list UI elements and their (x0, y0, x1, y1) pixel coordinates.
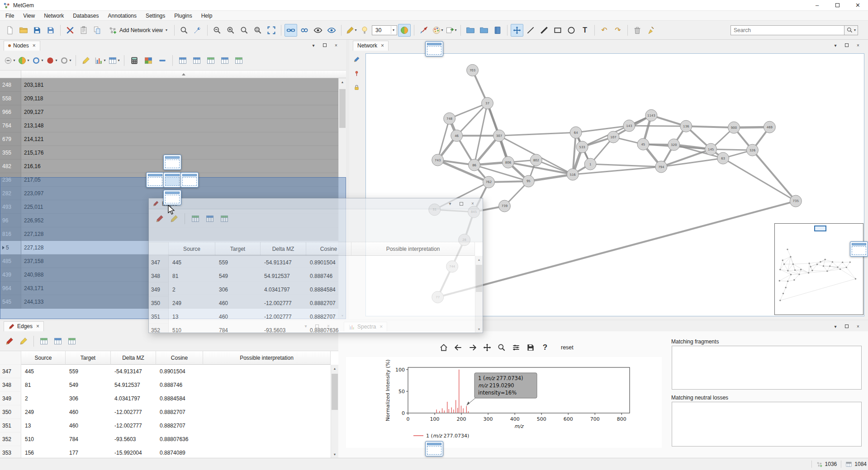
delete-annotations-button[interactable] (631, 24, 644, 37)
row-header[interactable]: 353 (0, 446, 21, 458)
color-nodes-button[interactable] (398, 24, 411, 37)
edges-table-row[interactable]: 3488154954.9125370.888746 (0, 378, 338, 392)
network-node[interactable]: 320 (668, 139, 680, 150)
column-header-source[interactable]: Source (169, 242, 215, 256)
save-figure-button[interactable] (524, 341, 537, 354)
row-header[interactable]: 966 (0, 105, 21, 119)
cosine-cell[interactable]: 0.8882707 (306, 296, 351, 310)
network-edge[interactable] (438, 201, 796, 297)
column-view-button[interactable]: ▾ (108, 54, 120, 67)
delta-mz-cell[interactable]: -12.002777 (261, 310, 306, 324)
nodes-table-row[interactable]: 679214,121 (0, 132, 338, 146)
reset-button[interactable]: reset (558, 343, 576, 352)
open-project-button[interactable] (17, 24, 30, 37)
network-edge[interactable] (528, 174, 573, 181)
target-cell[interactable]: 559 (66, 365, 111, 378)
network-node[interactable]: 63 (717, 152, 729, 164)
floating-panel-titlebar[interactable]: Edges ▾ × (149, 198, 483, 209)
zoom-button[interactable] (495, 341, 508, 354)
row-header[interactable]: 349 (0, 392, 21, 405)
source-cell[interactable]: 2 (169, 283, 215, 296)
floating-edges-scrollbar[interactable]: ▲ ▼ (475, 256, 483, 333)
interpretation-cell[interactable] (203, 365, 338, 378)
floating-edges-table-row[interactable]: 3488154954.9125370.888746 (149, 269, 483, 283)
find-button[interactable] (178, 24, 190, 37)
node-color-button[interactable]: ▾ (17, 54, 30, 67)
search-button[interactable]: ▾ (844, 25, 858, 35)
network-lock-button[interactable] (351, 81, 362, 93)
remove-column-button[interactable] (156, 54, 169, 67)
panel-undock-button[interactable]: ▾ (310, 42, 317, 49)
scrollbar-thumb[interactable] (332, 374, 338, 410)
open-database-folder-button[interactable] (464, 24, 477, 37)
panel-close-button[interactable]: × (854, 323, 862, 330)
network-node[interactable]: 86 (469, 159, 480, 171)
network-edge[interactable] (629, 126, 686, 126)
tab-nodes[interactable]: Nodes × (4, 41, 40, 51)
column-header-possible-interpretation[interactable]: Possible interpretation (351, 242, 475, 256)
delta-mz-cell[interactable]: -15.992004 (111, 446, 156, 458)
filter-nodes-button[interactable]: ▾ (3, 54, 16, 67)
network-node[interactable]: 748 (444, 113, 455, 124)
floating-edges-table-row[interactable]: 352510784-93.56030.88807636 (149, 324, 483, 333)
link-selection-button[interactable] (285, 24, 297, 37)
interpretation-cell[interactable] (203, 432, 338, 446)
cosine-cell[interactable]: 0.8901504 (306, 256, 351, 269)
matching-neutral-losses-box[interactable] (672, 402, 862, 446)
menu-item-file[interactable]: File (1, 11, 19, 20)
network-edge[interactable] (457, 103, 488, 136)
panel-close-button[interactable]: × (854, 42, 862, 49)
cosine-cell[interactable]: 0.8874089 (156, 446, 203, 458)
nodes-table-header[interactable] (0, 70, 346, 78)
cosine-cell[interactable]: 0.8882707 (156, 405, 203, 419)
scroll-down-icon[interactable]: ▼ (331, 451, 338, 458)
network-node[interactable]: 703 (467, 64, 479, 76)
network-edge[interactable] (499, 132, 576, 136)
interpretation-cell[interactable] (351, 256, 483, 269)
curation-tools-button[interactable] (191, 24, 204, 37)
network-edge[interactable] (661, 149, 711, 167)
column-header-cosine[interactable]: Cosine (156, 351, 203, 365)
row-header[interactable]: 351 (149, 310, 169, 324)
target-cell[interactable]: 177 (66, 446, 111, 458)
row-header[interactable]: 348 (0, 378, 21, 392)
scroll-up-icon[interactable]: ▲ (339, 78, 346, 85)
interpretation-cell[interactable] (351, 324, 483, 333)
panel-maximize-button[interactable] (843, 42, 850, 49)
network-edge[interactable] (711, 149, 753, 150)
mz-cell[interactable]: 213,148 (21, 119, 338, 132)
clear-annotations-button[interactable] (645, 24, 657, 37)
source-cell[interactable]: 510 (21, 432, 66, 446)
delta-mz-cell[interactable]: -93.5603 (111, 432, 156, 446)
dock-guide-right[interactable] (180, 172, 199, 188)
row-header[interactable]: 482 (0, 160, 21, 173)
network-node[interactable]: 469 (764, 121, 775, 133)
edges-table-row[interactable]: 352510784-93.56030.88807636 (0, 432, 338, 446)
node-outline-button[interactable]: ▾ (31, 54, 44, 67)
menu-item-help[interactable]: Help (197, 11, 217, 20)
draw-line-button[interactable] (524, 24, 537, 37)
source-cell[interactable]: 510 (169, 324, 215, 333)
delta-mz-cell[interactable]: 4.0341797 (261, 283, 306, 296)
target-cell[interactable]: 784 (215, 324, 261, 333)
target-cell[interactable]: 559 (215, 256, 261, 269)
edges-scrollbar[interactable]: ▲ ▼ (331, 365, 338, 458)
interpretation-cell[interactable] (203, 405, 338, 419)
zoom-reset-button[interactable] (238, 24, 251, 37)
highlight-nodes-button[interactable] (80, 54, 92, 67)
column-chart-button[interactable]: ▾ (94, 54, 106, 67)
panel-undock-button[interactable]: ▾ (832, 323, 839, 330)
import-metadata-button[interactable] (77, 24, 90, 37)
network-node[interactable]: 145 (705, 143, 717, 155)
edges-table-row[interactable]: 34923064.03417970.8884584 (0, 392, 338, 405)
column-header-delta-mz[interactable]: Delta MZ (261, 242, 306, 256)
network-node[interactable]: 533 (576, 141, 588, 153)
edit-edge-red-button[interactable] (153, 212, 166, 225)
row-header[interactable]: 558 (0, 92, 21, 105)
target-cell[interactable]: 549 (215, 269, 261, 283)
panel-undock-button[interactable]: ▾ (446, 200, 454, 207)
menu-item-databases[interactable]: Databases (68, 11, 103, 20)
row-header[interactable]: 248 (0, 78, 21, 92)
scrollbar-thumb[interactable] (476, 265, 482, 292)
node-scale-combobox[interactable]: 30▾ (372, 25, 397, 35)
